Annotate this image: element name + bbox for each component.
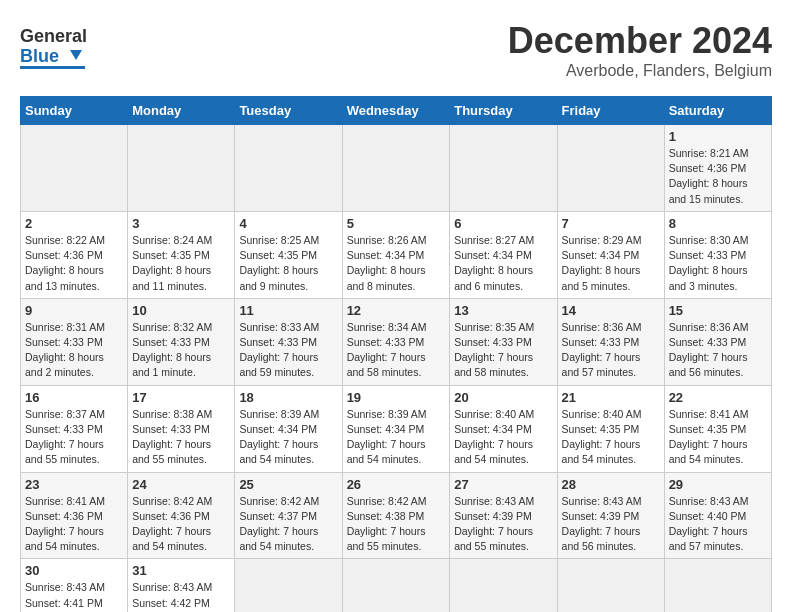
col-monday: Monday bbox=[128, 97, 235, 125]
day-number: 2 bbox=[25, 216, 123, 231]
table-row bbox=[235, 559, 342, 612]
table-row: 8Sunrise: 8:30 AMSunset: 4:33 PMDaylight… bbox=[664, 211, 771, 298]
table-row: 20Sunrise: 8:40 AMSunset: 4:34 PMDayligh… bbox=[450, 385, 557, 472]
day-detail: Sunrise: 8:22 AMSunset: 4:36 PMDaylight:… bbox=[25, 233, 123, 294]
table-row: 13Sunrise: 8:35 AMSunset: 4:33 PMDayligh… bbox=[450, 298, 557, 385]
table-row: 1Sunrise: 8:21 AMSunset: 4:36 PMDaylight… bbox=[664, 125, 771, 212]
table-row: 5Sunrise: 8:26 AMSunset: 4:34 PMDaylight… bbox=[342, 211, 450, 298]
day-detail: Sunrise: 8:42 AMSunset: 4:37 PMDaylight:… bbox=[239, 494, 337, 555]
table-row: 22Sunrise: 8:41 AMSunset: 4:35 PMDayligh… bbox=[664, 385, 771, 472]
calendar-week-row: 1Sunrise: 8:21 AMSunset: 4:36 PMDaylight… bbox=[21, 125, 772, 212]
table-row: 30Sunrise: 8:43 AMSunset: 4:41 PMDayligh… bbox=[21, 559, 128, 612]
calendar-table: Sunday Monday Tuesday Wednesday Thursday… bbox=[20, 96, 772, 612]
day-detail: Sunrise: 8:34 AMSunset: 4:33 PMDaylight:… bbox=[347, 320, 446, 381]
table-row: 9Sunrise: 8:31 AMSunset: 4:33 PMDaylight… bbox=[21, 298, 128, 385]
day-number: 7 bbox=[562, 216, 660, 231]
day-number: 21 bbox=[562, 390, 660, 405]
table-row bbox=[664, 559, 771, 612]
table-row: 26Sunrise: 8:42 AMSunset: 4:38 PMDayligh… bbox=[342, 472, 450, 559]
day-detail: Sunrise: 8:33 AMSunset: 4:33 PMDaylight:… bbox=[239, 320, 337, 381]
table-row: 31Sunrise: 8:43 AMSunset: 4:42 PMDayligh… bbox=[128, 559, 235, 612]
col-tuesday: Tuesday bbox=[235, 97, 342, 125]
table-row bbox=[342, 559, 450, 612]
day-number: 19 bbox=[347, 390, 446, 405]
page-title: December 2024 bbox=[508, 20, 772, 62]
day-number: 26 bbox=[347, 477, 446, 492]
day-detail: Sunrise: 8:41 AMSunset: 4:35 PMDaylight:… bbox=[669, 407, 767, 468]
table-row: 6Sunrise: 8:27 AMSunset: 4:34 PMDaylight… bbox=[450, 211, 557, 298]
day-number: 8 bbox=[669, 216, 767, 231]
table-row: 4Sunrise: 8:25 AMSunset: 4:35 PMDaylight… bbox=[235, 211, 342, 298]
day-detail: Sunrise: 8:36 AMSunset: 4:33 PMDaylight:… bbox=[669, 320, 767, 381]
day-detail: Sunrise: 8:37 AMSunset: 4:33 PMDaylight:… bbox=[25, 407, 123, 468]
table-row bbox=[128, 125, 235, 212]
table-row: 7Sunrise: 8:29 AMSunset: 4:34 PMDaylight… bbox=[557, 211, 664, 298]
day-number: 1 bbox=[669, 129, 767, 144]
col-wednesday: Wednesday bbox=[342, 97, 450, 125]
calendar-week-row: 23Sunrise: 8:41 AMSunset: 4:36 PMDayligh… bbox=[21, 472, 772, 559]
calendar-week-row: 16Sunrise: 8:37 AMSunset: 4:33 PMDayligh… bbox=[21, 385, 772, 472]
col-saturday: Saturday bbox=[664, 97, 771, 125]
day-number: 4 bbox=[239, 216, 337, 231]
day-number: 30 bbox=[25, 563, 123, 578]
table-row: 28Sunrise: 8:43 AMSunset: 4:39 PMDayligh… bbox=[557, 472, 664, 559]
calendar-week-row: 2Sunrise: 8:22 AMSunset: 4:36 PMDaylight… bbox=[21, 211, 772, 298]
table-row bbox=[450, 125, 557, 212]
svg-marker-2 bbox=[70, 50, 82, 60]
col-sunday: Sunday bbox=[21, 97, 128, 125]
day-number: 12 bbox=[347, 303, 446, 318]
day-number: 23 bbox=[25, 477, 123, 492]
svg-text:Blue: Blue bbox=[20, 46, 59, 66]
day-detail: Sunrise: 8:26 AMSunset: 4:34 PMDaylight:… bbox=[347, 233, 446, 294]
title-block: December 2024 Averbode, Flanders, Belgiu… bbox=[508, 20, 772, 80]
table-row: 27Sunrise: 8:43 AMSunset: 4:39 PMDayligh… bbox=[450, 472, 557, 559]
day-number: 17 bbox=[132, 390, 230, 405]
table-row: 2Sunrise: 8:22 AMSunset: 4:36 PMDaylight… bbox=[21, 211, 128, 298]
day-detail: Sunrise: 8:40 AMSunset: 4:34 PMDaylight:… bbox=[454, 407, 552, 468]
table-row: 29Sunrise: 8:43 AMSunset: 4:40 PMDayligh… bbox=[664, 472, 771, 559]
day-detail: Sunrise: 8:32 AMSunset: 4:33 PMDaylight:… bbox=[132, 320, 230, 381]
day-number: 6 bbox=[454, 216, 552, 231]
day-number: 22 bbox=[669, 390, 767, 405]
table-row: 21Sunrise: 8:40 AMSunset: 4:35 PMDayligh… bbox=[557, 385, 664, 472]
day-detail: Sunrise: 8:31 AMSunset: 4:33 PMDaylight:… bbox=[25, 320, 123, 381]
table-row: 23Sunrise: 8:41 AMSunset: 4:36 PMDayligh… bbox=[21, 472, 128, 559]
day-number: 20 bbox=[454, 390, 552, 405]
calendar-week-row: 30Sunrise: 8:43 AMSunset: 4:41 PMDayligh… bbox=[21, 559, 772, 612]
day-detail: Sunrise: 8:41 AMSunset: 4:36 PMDaylight:… bbox=[25, 494, 123, 555]
day-number: 18 bbox=[239, 390, 337, 405]
table-row bbox=[557, 559, 664, 612]
day-detail: Sunrise: 8:30 AMSunset: 4:33 PMDaylight:… bbox=[669, 233, 767, 294]
day-number: 29 bbox=[669, 477, 767, 492]
day-detail: Sunrise: 8:43 AMSunset: 4:39 PMDaylight:… bbox=[454, 494, 552, 555]
table-row: 3Sunrise: 8:24 AMSunset: 4:35 PMDaylight… bbox=[128, 211, 235, 298]
day-number: 24 bbox=[132, 477, 230, 492]
page-header: General Blue December 2024 Averbode, Fla… bbox=[20, 20, 772, 80]
day-detail: Sunrise: 8:38 AMSunset: 4:33 PMDaylight:… bbox=[132, 407, 230, 468]
day-detail: Sunrise: 8:35 AMSunset: 4:33 PMDaylight:… bbox=[454, 320, 552, 381]
logo: General Blue bbox=[20, 20, 90, 75]
table-row: 25Sunrise: 8:42 AMSunset: 4:37 PMDayligh… bbox=[235, 472, 342, 559]
day-detail: Sunrise: 8:43 AMSunset: 4:41 PMDaylight:… bbox=[25, 580, 123, 612]
day-detail: Sunrise: 8:43 AMSunset: 4:42 PMDaylight:… bbox=[132, 580, 230, 612]
day-number: 5 bbox=[347, 216, 446, 231]
day-detail: Sunrise: 8:39 AMSunset: 4:34 PMDaylight:… bbox=[347, 407, 446, 468]
col-thursday: Thursday bbox=[450, 97, 557, 125]
logo-icon: General Blue bbox=[20, 20, 90, 75]
svg-rect-3 bbox=[20, 66, 85, 69]
table-row bbox=[557, 125, 664, 212]
table-row: 24Sunrise: 8:42 AMSunset: 4:36 PMDayligh… bbox=[128, 472, 235, 559]
day-detail: Sunrise: 8:27 AMSunset: 4:34 PMDaylight:… bbox=[454, 233, 552, 294]
day-detail: Sunrise: 8:43 AMSunset: 4:39 PMDaylight:… bbox=[562, 494, 660, 555]
calendar-week-row: 9Sunrise: 8:31 AMSunset: 4:33 PMDaylight… bbox=[21, 298, 772, 385]
day-detail: Sunrise: 8:40 AMSunset: 4:35 PMDaylight:… bbox=[562, 407, 660, 468]
col-friday: Friday bbox=[557, 97, 664, 125]
table-row bbox=[342, 125, 450, 212]
day-number: 14 bbox=[562, 303, 660, 318]
day-number: 25 bbox=[239, 477, 337, 492]
calendar-header-row: Sunday Monday Tuesday Wednesday Thursday… bbox=[21, 97, 772, 125]
day-detail: Sunrise: 8:21 AMSunset: 4:36 PMDaylight:… bbox=[669, 146, 767, 207]
table-row: 10Sunrise: 8:32 AMSunset: 4:33 PMDayligh… bbox=[128, 298, 235, 385]
day-detail: Sunrise: 8:25 AMSunset: 4:35 PMDaylight:… bbox=[239, 233, 337, 294]
table-row: 14Sunrise: 8:36 AMSunset: 4:33 PMDayligh… bbox=[557, 298, 664, 385]
